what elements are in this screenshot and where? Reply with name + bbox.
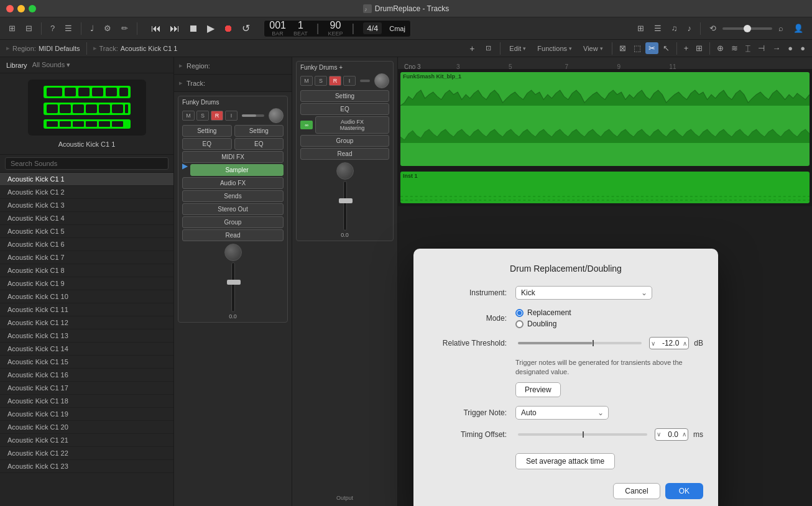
sound-item-8[interactable]: Acoustic Kick C1 8 bbox=[0, 264, 173, 277]
zoom-in-btn[interactable]: ⊕ bbox=[714, 42, 727, 54]
arrow-tool-btn[interactable]: ↖ bbox=[660, 42, 673, 54]
user-btn[interactable]: 👤 bbox=[790, 22, 807, 35]
edit-menu-btn[interactable]: Edit ▾ bbox=[504, 44, 531, 53]
doubling-radio-item[interactable]: Doubling bbox=[515, 320, 571, 328]
fast-forward-btn[interactable]: ⏭ bbox=[166, 22, 183, 35]
sound-item-22[interactable]: Acoustic Kick C1 22 bbox=[0, 447, 173, 460]
stop-btn[interactable]: ⏹ bbox=[185, 22, 202, 35]
sound-item-5[interactable]: Acoustic Kick C1 5 bbox=[0, 225, 173, 238]
cycle-btn[interactable]: ↺ bbox=[238, 21, 254, 35]
sound-item-18[interactable]: Acoustic Kick C1 18 bbox=[0, 395, 173, 408]
help-btn[interactable]: ? bbox=[47, 22, 58, 35]
instrument-select[interactable]: Kick bbox=[515, 286, 652, 300]
pan-knob-2[interactable] bbox=[336, 162, 354, 180]
maximize-button[interactable] bbox=[29, 5, 36, 12]
mixer-btn[interactable]: ⚙ bbox=[100, 22, 115, 35]
functions-menu-btn[interactable]: Functions ▾ bbox=[532, 44, 577, 53]
eq-btn-1[interactable]: EQ bbox=[182, 138, 232, 150]
pointer-tool-btn[interactable]: ⊠ bbox=[616, 42, 629, 54]
align-btn[interactable]: ⊣ bbox=[755, 42, 768, 54]
grid-btn[interactable]: ⊞ bbox=[634, 22, 648, 35]
solo-btn-1[interactable]: S bbox=[196, 111, 209, 121]
search-btn[interactable]: ⌕ bbox=[775, 22, 787, 35]
sound-item-19[interactable]: Acoustic Kick C1 19 bbox=[0, 408, 173, 421]
drum-replacement-dialog[interactable]: Drum Replacement/Doubling Instrument: Ki… bbox=[413, 249, 718, 506]
mute-btn-1[interactable]: M bbox=[182, 111, 195, 121]
group-btn-1[interactable]: Group bbox=[182, 216, 284, 228]
sound-item-9[interactable]: Acoustic Kick C1 9 bbox=[0, 277, 173, 290]
waveform-btn[interactable]: ≋ bbox=[728, 42, 741, 54]
midi-fx-btn[interactable]: MIDI FX bbox=[182, 151, 284, 163]
view-menu-btn[interactable]: View ▾ bbox=[578, 44, 608, 53]
fader-handle-2[interactable] bbox=[339, 198, 353, 203]
add-track-btn[interactable]: + bbox=[464, 42, 479, 55]
sound-item-14[interactable]: Acoustic Kick C1 14 bbox=[0, 343, 173, 356]
mute-btn-2[interactable]: M bbox=[300, 76, 313, 86]
solo-btn-2[interactable]: S bbox=[315, 76, 327, 86]
sound-item-4[interactable]: Acoustic Kick C1 4 bbox=[0, 212, 173, 225]
audio-fx-btn[interactable]: Audio FX bbox=[182, 177, 284, 189]
dot-btn[interactable]: ● bbox=[785, 42, 796, 54]
setting-btn-1b[interactable]: Setting bbox=[234, 125, 284, 137]
timing-down-btn[interactable]: ∨ bbox=[655, 430, 662, 439]
sound-item-13[interactable]: Acoustic Kick C1 13 bbox=[0, 329, 173, 343]
ok-btn[interactable]: OK bbox=[665, 483, 703, 499]
all-sounds-tab[interactable]: All Sounds ▾ bbox=[32, 61, 71, 69]
record-enable-btn-2[interactable]: R bbox=[329, 76, 341, 86]
sound-item-17[interactable]: Acoustic Kick C1 17 bbox=[0, 382, 173, 395]
sound-item-16[interactable]: Acoustic Kick C1 16 bbox=[0, 369, 173, 382]
setting-btn-2[interactable]: Setting bbox=[300, 90, 389, 102]
sound-item-7[interactable]: Acoustic Kick C1 7 bbox=[0, 251, 173, 264]
play-btn[interactable]: ▶ bbox=[203, 21, 218, 35]
volume-knob-2[interactable] bbox=[374, 73, 389, 88]
zoom-tool-btn[interactable]: ⬚ bbox=[630, 42, 644, 54]
metronome-btn[interactable]: ♩ bbox=[86, 22, 98, 35]
sound-item-11[interactable]: Acoustic Kick C1 11 bbox=[0, 303, 173, 316]
trigger-note-select[interactable]: Auto bbox=[515, 406, 609, 420]
input-btn-1[interactable]: I bbox=[225, 111, 238, 121]
sound-item-21[interactable]: Acoustic Kick C1 21 bbox=[0, 434, 173, 447]
avg-attack-btn[interactable]: Set average attack time bbox=[515, 453, 615, 469]
input-btn-2[interactable]: I bbox=[343, 76, 356, 86]
expand-tool-btn[interactable]: ⊞ bbox=[693, 42, 706, 54]
waveform-block-2[interactable]: Inst 1 bbox=[400, 172, 810, 203]
read-btn-1[interactable]: Read bbox=[182, 229, 284, 241]
sound-item-12[interactable]: Acoustic Kick C1 12 bbox=[0, 316, 173, 329]
group-btn-2[interactable]: Group bbox=[300, 135, 389, 147]
waveform-block-1[interactable]: FunkSmash Kit_blp_1 bbox=[400, 72, 810, 166]
sends-btn[interactable]: Sends bbox=[182, 190, 284, 202]
preview-btn[interactable]: Preview bbox=[515, 382, 561, 397]
threshold-slider[interactable] bbox=[518, 342, 642, 344]
time-signature[interactable]: 4/4 bbox=[363, 22, 382, 34]
sound-item-1[interactable]: Acoustic Kick C1 1 bbox=[0, 173, 173, 186]
key-display[interactable]: Cmaj bbox=[389, 25, 405, 32]
read-btn-2[interactable]: Read bbox=[300, 148, 389, 160]
timing-up-btn[interactable]: ∧ bbox=[681, 430, 688, 439]
fader-track-2[interactable] bbox=[343, 181, 347, 231]
sound-item-10[interactable]: Acoustic Kick C1 10 bbox=[0, 290, 173, 303]
browse-btn[interactable]: ☰ bbox=[61, 22, 76, 35]
record-btn[interactable]: ⏺ bbox=[219, 22, 237, 35]
eq-btn-1b[interactable]: EQ bbox=[234, 138, 284, 150]
pen-btn[interactable]: ✏ bbox=[118, 22, 132, 35]
setting-btn-1[interactable]: Setting bbox=[182, 125, 232, 137]
list-btn[interactable]: ☰ bbox=[650, 22, 665, 35]
sound-item-20[interactable]: Acoustic Kick C1 20 bbox=[0, 421, 173, 434]
sound-item-3[interactable]: Acoustic Kick C1 3 bbox=[0, 199, 173, 212]
duplicate-btn[interactable]: ⊡ bbox=[481, 43, 496, 53]
replacement-radio[interactable] bbox=[515, 309, 524, 317]
stereo-out-btn[interactable]: Stereo Out bbox=[182, 203, 284, 215]
cursor-btn[interactable]: ⌶ bbox=[742, 42, 754, 54]
threshold-up-btn[interactable]: ∧ bbox=[681, 339, 688, 348]
replacement-radio-item[interactable]: Replacement bbox=[515, 308, 571, 317]
volume-knob-1[interactable] bbox=[269, 108, 284, 123]
volume-slider[interactable] bbox=[722, 27, 772, 30]
fader-track-1[interactable] bbox=[231, 262, 235, 312]
undo-btn[interactable]: ⟲ bbox=[706, 22, 720, 35]
library-tab[interactable]: Library bbox=[6, 62, 27, 69]
sound-item-15[interactable]: Acoustic Kick C1 15 bbox=[0, 356, 173, 369]
record-enable-btn-1[interactable]: R bbox=[211, 111, 223, 121]
doubling-radio[interactable] bbox=[515, 320, 524, 328]
rewind-btn[interactable]: ⏮ bbox=[147, 22, 165, 35]
scissors-tool-btn[interactable]: ✂ bbox=[645, 42, 658, 54]
